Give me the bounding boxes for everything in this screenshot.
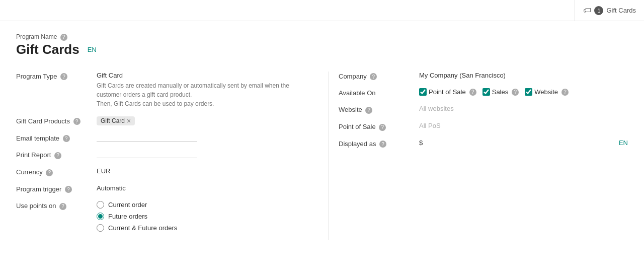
currency-label: Currency ? (16, 167, 97, 176)
program-type-tooltip[interactable]: ? (60, 73, 67, 80)
point-of-sale-value: All PoS (419, 122, 628, 129)
company-row: Company ? My Company (San Francisco) (339, 72, 628, 81)
point-of-sale-label: Point of Sale ? (339, 122, 419, 131)
gift-card-products-tooltip[interactable]: ? (73, 118, 80, 125)
company-value: My Company (San Francisco) (419, 72, 628, 79)
displayed-as-text: $ (419, 139, 619, 147)
email-template-input[interactable] (97, 133, 197, 142)
website-tooltip[interactable]: ? (365, 107, 372, 114)
point-of-sale-tooltip[interactable]: ? (379, 124, 386, 131)
point-of-sale-placeholder: All PoS (419, 122, 441, 129)
print-report-tooltip[interactable]: ? (54, 152, 61, 159)
form-right: Company ? My Company (San Francisco) Ava… (328, 72, 628, 240)
print-report-row: Print Report ? (16, 150, 308, 159)
radio-future-orders[interactable]: Future orders (97, 213, 308, 220)
print-report-label: Print Report ? (16, 150, 97, 159)
email-template-label: Email template ? (16, 133, 97, 143)
radio-current-future-orders[interactable]: Current & Future orders (97, 224, 308, 232)
checkbox-sales[interactable]: Sales ? (482, 88, 519, 96)
program-type-text: Gift Card (97, 72, 308, 79)
print-report-value[interactable] (97, 150, 308, 158)
program-trigger-row: Program trigger ? Automatic (16, 184, 308, 193)
program-type-value: Gift Card Gift Cards are created manuall… (97, 72, 308, 108)
website-value: All websites (419, 105, 628, 112)
currency-row: Currency ? EUR (16, 167, 308, 176)
program-name-label: Program Name ? (16, 33, 628, 41)
radio-current-order[interactable]: Current order (97, 201, 308, 209)
website-placeholder: All websites (419, 105, 454, 112)
displayed-as-lang-btn[interactable]: EN (619, 139, 628, 147)
program-title: Gift Cards (16, 42, 79, 57)
top-bar: 🏷 1 Gift Cards (0, 0, 644, 21)
gift-card-products-value: Gift Card × (97, 116, 308, 125)
form-left: Program Type ? Gift Card Gift Cards are … (16, 72, 328, 240)
displayed-as-tooltip[interactable]: ? (379, 141, 386, 148)
available-on-row: Available On Point of Sale ? Sales ? (339, 88, 628, 97)
email-template-value[interactable] (97, 133, 308, 142)
displayed-as-value-row: $ EN (419, 139, 628, 147)
available-on-value: Point of Sale ? Sales ? Website ? (419, 88, 628, 96)
website-label: Website ? (339, 105, 419, 114)
checkbox-point-of-sale[interactable]: Point of Sale ? (419, 88, 476, 96)
program-name-text: Program Name (16, 33, 57, 40)
program-trigger-tooltip[interactable]: ? (65, 186, 72, 193)
gift-card-products-row: Gift Card Products ? Gift Card × (16, 116, 308, 125)
gift-card-tag-text: Gift Card (101, 117, 125, 124)
gift-card-products-label: Gift Card Products ? (16, 116, 97, 125)
point-of-sale-checkbox-tooltip[interactable]: ? (469, 89, 476, 96)
website-row: Website ? All websites (339, 105, 628, 114)
use-points-on-label: Use points on ? (16, 201, 97, 210)
company-tooltip[interactable]: ? (370, 73, 377, 80)
use-points-on-tooltip[interactable]: ? (59, 203, 66, 210)
program-trigger-value: Automatic (97, 184, 308, 192)
print-report-input[interactable] (97, 150, 197, 158)
displayed-as-label: Displayed as ? (339, 139, 419, 148)
use-points-on-row: Use points on ? Current order Future ord… (16, 201, 308, 232)
program-trigger-label: Program trigger ? (16, 184, 97, 193)
gift-card-tag-close[interactable]: × (127, 117, 131, 124)
currency-tooltip[interactable]: ? (46, 169, 53, 176)
program-type-desc: Gift Cards are created manually or autom… (97, 81, 308, 108)
program-title-row: Gift Cards EN (16, 42, 628, 57)
program-type-label: Program Type ? (16, 72, 97, 81)
displayed-as-row: Displayed as ? $ EN (339, 139, 628, 148)
main-content: Program Name ? Gift Cards EN Program Typ… (0, 21, 644, 252)
breadcrumb-item[interactable]: 🏷 1 Gift Cards (575, 0, 644, 21)
sales-checkbox-tooltip[interactable]: ? (512, 89, 519, 96)
email-template-row: Email template ? (16, 133, 308, 143)
company-label: Company ? (339, 72, 419, 81)
currency-value: EUR (97, 167, 308, 175)
email-template-tooltip[interactable]: ? (63, 135, 70, 142)
point-of-sale-row: Point of Sale ? All PoS (339, 122, 628, 131)
checkbox-group: Point of Sale ? Sales ? Website ? (419, 88, 628, 96)
program-name-tooltip[interactable]: ? (60, 34, 67, 41)
website-checkbox-tooltip[interactable]: ? (561, 89, 569, 96)
available-on-label: Available On (339, 88, 419, 97)
radio-group: Current order Future orders Current & Fu… (97, 201, 308, 232)
gift-card-tag: Gift Card × (97, 116, 135, 125)
lang-button[interactable]: EN (88, 46, 97, 53)
use-points-on-value: Current order Future orders Current & Fu… (97, 201, 308, 232)
breadcrumb-badge: 1 (594, 6, 603, 15)
breadcrumb-label: Gift Cards (606, 7, 636, 14)
form-body: Program Type ? Gift Card Gift Cards are … (16, 72, 628, 240)
program-type-row: Program Type ? Gift Card Gift Cards are … (16, 72, 308, 108)
checkbox-website[interactable]: Website ? (525, 88, 569, 96)
tag-icon: 🏷 (583, 6, 591, 15)
